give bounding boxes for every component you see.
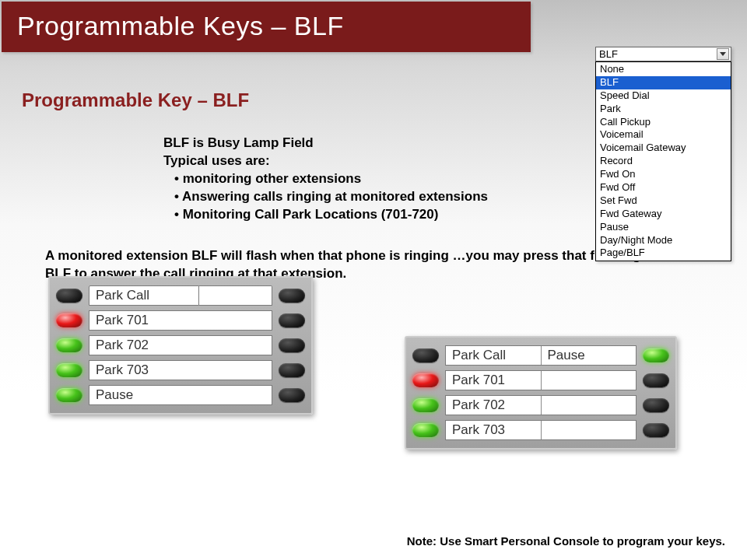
key-type-dropdown[interactable]: BLF NoneBLFSpeed DialParkCall PickupVoic… — [595, 47, 731, 261]
dropdown-selected[interactable]: BLF — [595, 47, 731, 61]
key-row: Park CallPause — [412, 344, 669, 367]
footer-note: Note: Use Smart Personal Console to prog… — [407, 534, 725, 548]
dropdown-option[interactable]: Set Fwd — [596, 194, 731, 208]
body-text: BLF is Busy Lamp Field Typical uses are:… — [163, 135, 568, 224]
dropdown-option[interactable]: Fwd Off — [596, 181, 731, 194]
key-label: Park 701 — [446, 371, 542, 390]
bullet-item: monitoring other extensions — [163, 170, 568, 188]
lamp-icon — [643, 398, 669, 412]
dropdown-option[interactable]: Fwd Gateway — [596, 208, 731, 221]
lamp-icon — [279, 363, 305, 377]
phone-keys-panel-right: Park CallPausePark 701Park 702Park 703 — [405, 336, 677, 450]
key-label: Pause — [89, 385, 272, 405]
lamp-icon — [279, 338, 305, 352]
dropdown-option[interactable]: BLF — [596, 76, 731, 89]
key-label: Park Call — [89, 285, 199, 306]
page-title: Programmable Keys – BLF — [2, 2, 531, 52]
lamp-icon — [412, 423, 439, 437]
body-line-1: BLF is Busy Lamp Field — [163, 135, 568, 152]
lamp-icon — [412, 373, 439, 387]
key-row: Park 701 — [412, 369, 669, 392]
key-label — [542, 421, 637, 439]
dropdown-option[interactable]: Call Pickup — [596, 116, 731, 129]
lamp-icon — [279, 313, 305, 327]
key-label: Park 701 — [89, 310, 272, 331]
dropdown-option[interactable]: Fwd On — [596, 168, 731, 181]
lamp-icon — [643, 423, 669, 437]
dropdown-option[interactable]: Page/BLF — [596, 247, 731, 260]
dropdown-option[interactable]: Park — [596, 103, 731, 116]
key-label: Park 703 — [89, 360, 272, 380]
dropdown-list[interactable]: NoneBLFSpeed DialParkCall PickupVoicemai… — [595, 61, 731, 261]
lamp-icon — [412, 398, 439, 412]
key-label: Park 702 — [89, 335, 272, 355]
lamp-icon — [56, 289, 82, 303]
key-label — [542, 371, 637, 390]
dropdown-option[interactable]: Voicemail Gateway — [596, 142, 731, 155]
lamp-icon — [643, 348, 669, 362]
lamp-icon — [643, 373, 669, 387]
key-label: Pause — [542, 346, 637, 365]
lamp-icon — [56, 313, 82, 327]
bullet-item: Monitoring Call Park Locations (701-720) — [163, 206, 568, 224]
lamp-icon — [56, 363, 82, 377]
key-row: Park 701 — [56, 309, 305, 332]
key-row: Park 702 — [56, 334, 305, 357]
lamp-icon — [279, 388, 305, 402]
dropdown-option[interactable]: Voicemail — [596, 128, 731, 142]
key-row: Pause — [56, 383, 305, 407]
key-label — [542, 396, 637, 415]
key-label — [199, 285, 272, 306]
lamp-icon — [56, 338, 82, 352]
lamp-icon — [412, 348, 439, 362]
key-label: Park 703 — [446, 421, 542, 439]
lamp-icon — [279, 289, 305, 303]
dropdown-option[interactable]: Pause — [596, 221, 731, 234]
key-row: Park 703 — [412, 418, 669, 442]
key-label: Park 702 — [446, 396, 542, 415]
chevron-down-icon[interactable] — [717, 48, 729, 60]
key-row: Park 702 — [412, 394, 669, 417]
dropdown-option[interactable]: Speed Dial — [596, 89, 731, 103]
body-line-2: Typical uses are: — [163, 152, 568, 170]
body-bullets: monitoring other extensions Answering ca… — [163, 170, 568, 224]
bullet-item: Answering calls ringing at monitored ext… — [163, 188, 568, 206]
dropdown-option[interactable]: None — [596, 63, 731, 76]
lamp-icon — [56, 388, 82, 402]
key-label: Park Call — [446, 346, 542, 365]
dropdown-option[interactable]: Day/Night Mode — [596, 234, 731, 247]
phone-keys-panel-left: Park Call Park 701 Park 702 Park 703 Pau… — [48, 276, 313, 415]
dropdown-selected-label: BLF — [599, 48, 618, 60]
dropdown-option[interactable]: Record — [596, 155, 731, 168]
key-row: Park Call — [56, 284, 305, 307]
key-row: Park 703 — [56, 359, 305, 382]
